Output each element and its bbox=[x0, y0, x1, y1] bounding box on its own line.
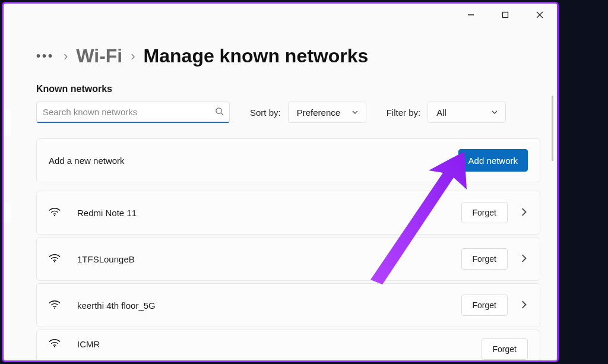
search-icon bbox=[215, 107, 224, 118]
wifi-icon bbox=[49, 300, 61, 311]
wifi-icon bbox=[49, 207, 61, 219]
filter-select[interactable]: All bbox=[428, 102, 506, 123]
chevron-right-icon[interactable] bbox=[520, 300, 528, 311]
sort-select[interactable]: Preference bbox=[288, 102, 366, 123]
breadcrumb: ••• › Wi-Fi › Manage known networks bbox=[36, 45, 540, 67]
maximize-button[interactable] bbox=[488, 4, 522, 26]
wifi-icon bbox=[49, 338, 61, 350]
chevron-right-icon: › bbox=[64, 49, 68, 64]
network-row[interactable]: keerthi 4th floor_5G Forget bbox=[36, 283, 540, 327]
page-content: ••• › Wi-Fi › Manage known networks Know… bbox=[36, 45, 540, 360]
left-gutter bbox=[4, 109, 11, 135]
network-row[interactable]: 1TFSLoungeB Forget bbox=[36, 237, 540, 281]
sort-value: Preference bbox=[297, 107, 340, 118]
add-network-label: Add a new network bbox=[49, 156, 458, 166]
settings-window: ••• › Wi-Fi › Manage known networks Know… bbox=[2, 2, 559, 362]
titlebar bbox=[454, 4, 557, 26]
network-row[interactable]: Redmi Note 11 Forget bbox=[36, 191, 540, 235]
minimize-icon bbox=[467, 11, 474, 18]
network-row[interactable]: ICMR Forget bbox=[36, 330, 540, 360]
chevron-right-icon: › bbox=[131, 49, 135, 64]
svg-point-8 bbox=[54, 307, 55, 308]
search-input[interactable] bbox=[36, 102, 230, 123]
controls-row: Sort by: Preference Filter by: All bbox=[36, 102, 540, 123]
forget-button[interactable]: Forget bbox=[461, 202, 508, 223]
search-wrap bbox=[36, 102, 230, 123]
network-list: Add a new network Add network Redmi Note… bbox=[36, 138, 540, 360]
breadcrumb-overflow-icon[interactable]: ••• bbox=[36, 49, 54, 63]
chevron-down-icon bbox=[491, 107, 498, 118]
scrollbar[interactable] bbox=[552, 96, 553, 161]
network-name: Redmi Note 11 bbox=[77, 208, 137, 218]
page-title: Manage known networks bbox=[144, 45, 369, 67]
wifi-icon bbox=[49, 254, 61, 265]
left-gutter bbox=[4, 203, 11, 223]
add-network-card: Add a new network Add network bbox=[36, 138, 540, 182]
filter-value: All bbox=[436, 107, 446, 118]
svg-point-6 bbox=[54, 214, 55, 216]
chevron-right-icon[interactable] bbox=[520, 254, 528, 264]
chevron-right-icon[interactable] bbox=[520, 208, 528, 218]
close-icon bbox=[536, 11, 543, 18]
network-name: ICMR bbox=[77, 339, 100, 349]
svg-point-4 bbox=[216, 108, 221, 113]
sort-label: Sort by: bbox=[250, 107, 281, 118]
filter-label: Filter by: bbox=[387, 107, 421, 118]
forget-button[interactable]: Forget bbox=[461, 248, 508, 270]
forget-button[interactable]: Forget bbox=[461, 295, 508, 316]
breadcrumb-parent[interactable]: Wi-Fi bbox=[76, 45, 122, 67]
chevron-down-icon bbox=[352, 107, 359, 118]
network-name: keerthi 4th floor_5G bbox=[77, 300, 156, 311]
svg-point-9 bbox=[54, 346, 55, 347]
svg-point-7 bbox=[54, 261, 55, 262]
maximize-icon bbox=[502, 11, 509, 18]
close-button[interactable] bbox=[522, 4, 557, 26]
section-title: Known networks bbox=[36, 84, 540, 94]
add-network-button[interactable]: Add network bbox=[458, 149, 528, 172]
network-name: 1TFSLoungeB bbox=[77, 254, 135, 264]
forget-button[interactable]: Forget bbox=[482, 338, 528, 360]
minimize-button[interactable] bbox=[454, 4, 488, 26]
svg-rect-1 bbox=[503, 12, 508, 18]
svg-line-5 bbox=[221, 113, 223, 115]
